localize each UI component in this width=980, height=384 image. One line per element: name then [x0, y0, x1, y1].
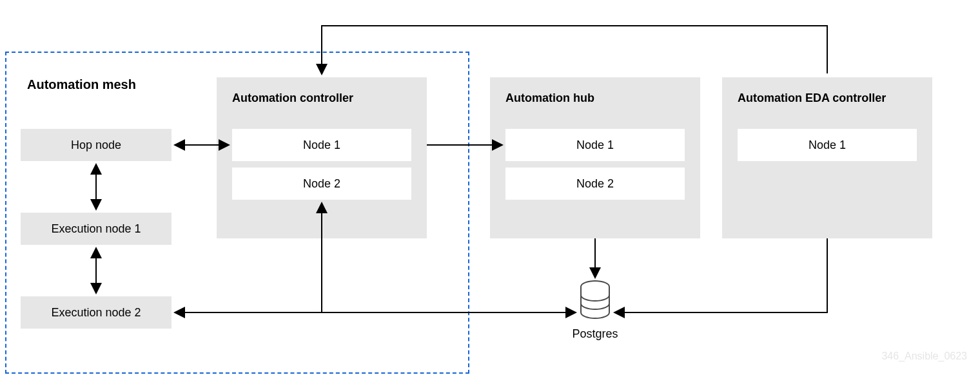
controller-node-2-label: Node 2 — [303, 177, 340, 191]
hop-node-label: Hop node — [71, 139, 121, 152]
hub-node-1: Node 1 — [505, 129, 685, 161]
eda-node-1-label: Node 1 — [808, 139, 846, 152]
execution-node-1: Execution node 1 — [21, 213, 172, 245]
database-icon — [579, 280, 611, 322]
database-label: Postgres — [567, 327, 623, 341]
automation-eda-title: Automation EDA controller — [738, 91, 886, 105]
automation-controller-title: Automation controller — [232, 91, 353, 105]
eda-node-1: Node 1 — [738, 129, 917, 161]
controller-node-1: Node 1 — [232, 129, 411, 161]
hop-node: Hop node — [21, 129, 172, 161]
controller-node-2: Node 2 — [232, 168, 411, 200]
hub-node-1-label: Node 1 — [576, 139, 614, 152]
automation-mesh-title: Automation mesh — [27, 77, 136, 92]
execution-node-1-label: Execution node 1 — [51, 222, 141, 236]
automation-hub-title: Automation hub — [505, 91, 594, 105]
watermark: 346_Ansible_0623 — [881, 350, 967, 362]
hub-node-2-label: Node 2 — [576, 177, 614, 191]
controller-node-1-label: Node 1 — [303, 139, 340, 152]
hub-node-2: Node 2 — [505, 168, 685, 200]
execution-node-2: Execution node 2 — [21, 296, 172, 329]
execution-node-2-label: Execution node 2 — [51, 306, 141, 320]
